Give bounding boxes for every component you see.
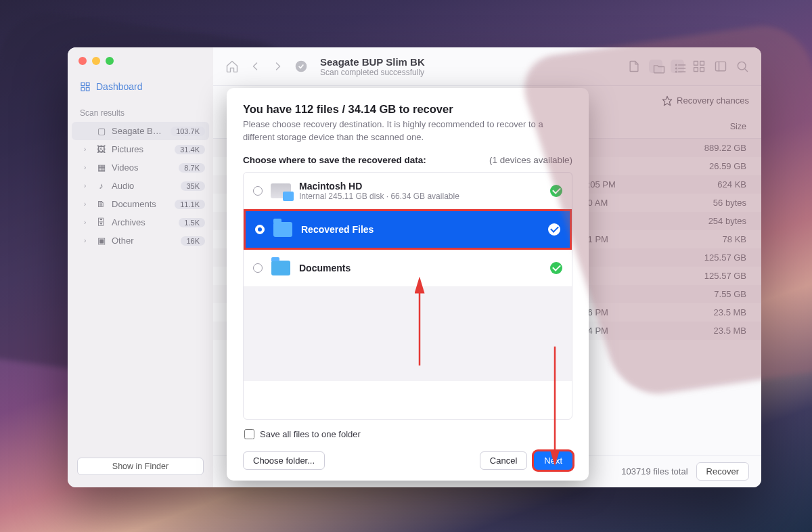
document-icon: 🗎 xyxy=(96,199,106,209)
toolbar-view-icons xyxy=(627,60,749,73)
save-all-label: Save all files to one folder xyxy=(260,429,361,439)
sidebar-item-label: Seagate BUP S... xyxy=(112,126,165,136)
window-controls xyxy=(68,57,213,74)
sidebar-item-label: Videos xyxy=(112,162,173,173)
recovery-destination-dialog: You have 112 files / 34.14 GB to recover… xyxy=(227,88,589,481)
radio-selected-icon[interactable] xyxy=(255,225,265,234)
sidebar-item-count: 1.5K xyxy=(179,218,205,227)
sidebar-item-count: 11.1K xyxy=(175,200,205,209)
dialog-footer: Choose folder... Cancel Next xyxy=(243,446,572,470)
sidebar-section-title: Scan results xyxy=(68,99,213,122)
device-recovered-files[interactable]: Recovered Files xyxy=(244,209,572,250)
dialog-subtitle: Please choose recovery destination. It i… xyxy=(243,118,572,144)
sidebar-item-label: Audio xyxy=(112,181,175,191)
column-size[interactable]: Size xyxy=(672,122,746,131)
column-modified[interactable] xyxy=(554,122,672,131)
svg-rect-2 xyxy=(81,87,85,91)
next-button[interactable]: Next xyxy=(534,451,572,470)
chevron-right-icon: › xyxy=(84,200,91,208)
recovery-chances-label: Recovery chances xyxy=(677,95,749,106)
maximize-icon[interactable] xyxy=(106,57,114,65)
sidebar-item-seagate[interactable]: ▢ Seagate BUP S... 103.7K xyxy=(72,122,209,140)
sidebar-dashboard[interactable]: Dashboard xyxy=(68,74,213,99)
hard-drive-icon xyxy=(271,181,291,201)
check-icon xyxy=(548,223,560,236)
success-check-icon xyxy=(294,60,308,73)
star-icon xyxy=(662,95,673,106)
file-icon[interactable] xyxy=(627,60,641,73)
svg-point-17 xyxy=(738,62,746,70)
sidebar-item-other[interactable]: › ▣ Other 16K xyxy=(72,231,209,250)
folder-icon xyxy=(273,219,293,240)
sidebar-item-count: 103.7K xyxy=(171,127,205,136)
cancel-button[interactable]: Cancel xyxy=(480,451,527,470)
chevron-right-icon: › xyxy=(84,146,91,153)
search-icon[interactable] xyxy=(736,60,749,73)
chevron-right-icon: › xyxy=(84,237,91,244)
svg-rect-13 xyxy=(694,68,698,72)
sidebar-footer: Show in Finder xyxy=(68,458,213,479)
device-macintosh-hd[interactable]: Macintosh HD Internal 245.11 GB disk · 6… xyxy=(244,173,572,209)
image-icon: 🖼 xyxy=(96,144,106,154)
svg-point-10 xyxy=(676,71,677,72)
audio-icon: ♪ xyxy=(96,181,106,191)
radio-icon[interactable] xyxy=(253,186,263,196)
window-subtitle-text: Scan completed successfully xyxy=(320,68,425,77)
sidebar-item-label: Documents xyxy=(112,199,169,209)
sidebar-item-count: 31.4K xyxy=(175,145,205,154)
window-title: Seagate BUP Slim BK Scan completed succe… xyxy=(320,56,425,77)
sidebar-item-count: 35K xyxy=(181,181,205,191)
chevron-right-icon: › xyxy=(84,164,91,171)
toolbar: Seagate BUP Slim BK Scan completed succe… xyxy=(213,47,761,85)
grid-icon xyxy=(80,81,91,92)
devices-available: (1 devices available) xyxy=(489,155,572,165)
minimize-icon[interactable] xyxy=(92,57,100,65)
sidebar-item-label: Archives xyxy=(112,217,173,227)
device-name: Recovered Files xyxy=(301,224,374,235)
svg-rect-11 xyxy=(694,62,698,66)
svg-rect-1 xyxy=(86,83,89,86)
sidebar-toggle-icon[interactable] xyxy=(714,60,727,73)
svg-point-4 xyxy=(296,61,307,72)
sidebar: Dashboard Scan results ▢ Seagate BUP S..… xyxy=(68,47,213,487)
archive-icon: 🗄 xyxy=(96,217,106,227)
chevron-right-icon: › xyxy=(84,182,91,190)
sidebar-item-documents[interactable]: › 🗎 Documents 11.1K xyxy=(72,195,209,213)
device-name: Macintosh HD xyxy=(299,181,459,192)
window-title-text: Seagate BUP Slim BK xyxy=(320,56,425,68)
svg-rect-0 xyxy=(81,83,85,86)
svg-rect-15 xyxy=(716,62,726,70)
radio-icon[interactable] xyxy=(253,263,263,273)
disk-icon: ▢ xyxy=(96,126,106,136)
choose-destination-label: Choose where to save the recovered data:… xyxy=(243,155,572,165)
svg-line-18 xyxy=(745,69,748,72)
video-icon: ▦ xyxy=(96,162,106,173)
folder-icon[interactable] xyxy=(649,60,662,73)
close-icon[interactable] xyxy=(78,57,87,65)
home-icon[interactable] xyxy=(225,60,239,73)
svg-marker-19 xyxy=(662,96,671,105)
sidebar-item-count: 8.7K xyxy=(179,163,205,173)
recovery-chances[interactable]: Recovery chances xyxy=(662,95,749,106)
device-detail: Internal 245.11 GB disk · 66.34 GB avail… xyxy=(299,192,459,201)
files-total: 103719 files total xyxy=(621,466,687,476)
other-icon: ▣ xyxy=(96,236,106,246)
sidebar-item-videos[interactable]: › ▦ Videos 8.7K xyxy=(72,158,209,177)
forward-icon[interactable] xyxy=(271,60,285,73)
sidebar-item-audio[interactable]: › ♪ Audio 35K xyxy=(72,177,209,195)
device-documents[interactable]: Documents xyxy=(244,250,572,286)
svg-point-9 xyxy=(676,68,677,69)
check-icon xyxy=(550,262,562,274)
choose-folder-button[interactable]: Choose folder... xyxy=(243,451,325,470)
grid-view-icon[interactable] xyxy=(692,60,706,73)
show-in-finder-button[interactable]: Show in Finder xyxy=(77,458,204,475)
sidebar-item-pictures[interactable]: › 🖼 Pictures 31.4K xyxy=(72,140,209,158)
save-all-checkbox[interactable]: Save all files to one folder xyxy=(243,420,572,446)
recover-button[interactable]: Recover xyxy=(696,462,749,481)
sidebar-item-archives[interactable]: › 🗄 Archives 1.5K xyxy=(72,213,209,231)
checkbox-input[interactable] xyxy=(244,429,254,439)
back-icon[interactable] xyxy=(248,60,262,73)
list-view-icon[interactable] xyxy=(671,60,684,73)
device-list: Macintosh HD Internal 245.11 GB disk · 6… xyxy=(243,172,572,420)
folder-icon xyxy=(271,258,291,278)
